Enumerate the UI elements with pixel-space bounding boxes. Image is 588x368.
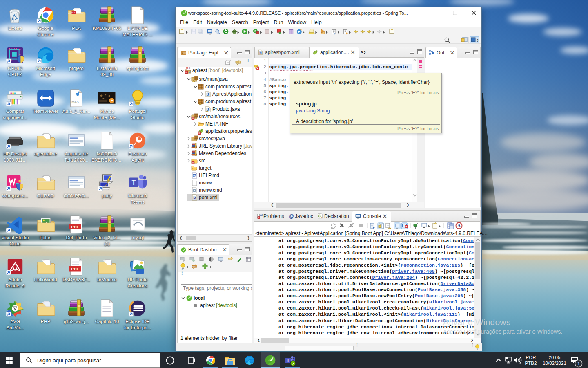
- svg-text:M4A: M4A: [71, 99, 79, 103]
- svg-text:J: J: [477, 38, 479, 43]
- svg-text:T: T: [287, 358, 289, 363]
- svg-text:PDF: PDF: [71, 266, 79, 271]
- svg-text:1: 1: [577, 361, 580, 366]
- svg-text:PDF: PDF: [71, 11, 76, 14]
- svg-text:J: J: [189, 67, 190, 70]
- svg-text:A: A: [457, 223, 461, 229]
- svg-text:M: M: [186, 67, 188, 70]
- svg-text:PDF: PDF: [71, 224, 79, 229]
- svg-text:W: W: [193, 174, 196, 178]
- svg-text:M: M: [193, 196, 196, 200]
- svg-text:M: M: [259, 51, 261, 54]
- svg-text:T: T: [131, 178, 136, 186]
